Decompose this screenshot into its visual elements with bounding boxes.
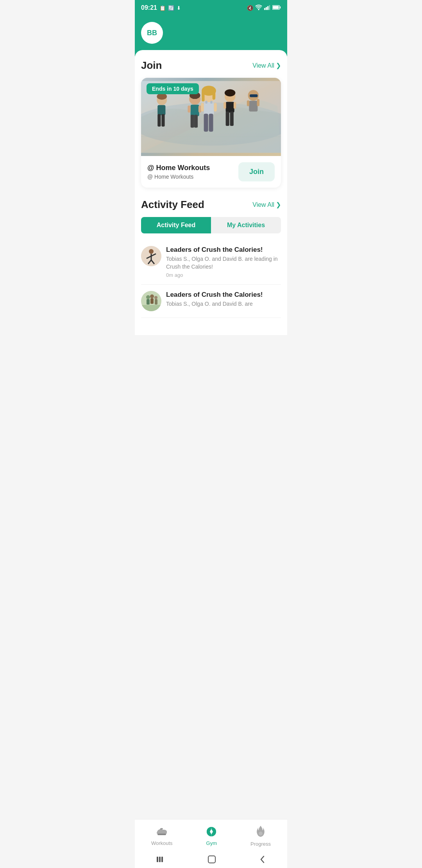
activity-feed-title: Activity Feed [141, 199, 204, 211]
challenge-info: @ Home Workouts @ Home Workouts Join [141, 156, 281, 188]
svg-rect-18 [202, 91, 204, 102]
feed-item-title-1: Leaders of Crush the Calories! [166, 246, 281, 254]
wifi-icon [255, 5, 262, 11]
mute-icon: 🔇 [247, 5, 253, 11]
feed-avatar-2 [141, 291, 161, 311]
avatar-group-icon [141, 291, 161, 311]
feed-item-time-1: 0m ago [166, 272, 281, 278]
svg-rect-5 [280, 6, 281, 8]
svg-rect-14 [198, 106, 201, 113]
feed-content-2: Leaders of Crush the Calories! Tobias S.… [166, 291, 263, 310]
svg-rect-59 [141, 305, 161, 311]
feed-item: Leaders of Crush the Calories! Tobias S.… [141, 240, 281, 285]
svg-rect-22 [210, 101, 213, 104]
join-title: Join [141, 59, 162, 72]
tab-my-activities[interactable]: My Activities [211, 217, 281, 233]
svg-rect-0 [264, 8, 265, 10]
feed-item-desc-2: Tobias S., Olga O. and David B. are [166, 300, 263, 308]
feed-avatar-1 [141, 246, 161, 266]
ends-badge: Ends in 10 days [147, 83, 199, 94]
svg-rect-58 [155, 299, 157, 305]
join-view-all[interactable]: View All ❯ [252, 62, 281, 69]
svg-rect-13 [188, 106, 190, 113]
svg-rect-43 [161, 114, 165, 127]
svg-rect-36 [249, 101, 257, 112]
activity-view-all[interactable]: View All ❯ [252, 201, 281, 208]
svg-rect-2 [267, 6, 268, 10]
svg-rect-38 [257, 99, 259, 106]
svg-point-57 [154, 296, 157, 299]
svg-point-55 [150, 294, 154, 298]
signal-icon [264, 5, 270, 11]
svg-rect-11 [191, 115, 194, 127]
svg-rect-31 [230, 111, 234, 126]
svg-rect-29 [226, 102, 234, 113]
svg-rect-41 [157, 105, 165, 115]
svg-rect-24 [209, 114, 213, 132]
svg-rect-21 [205, 101, 207, 104]
svg-rect-32 [224, 102, 226, 109]
refresh-icon: 🔄 [168, 5, 174, 11]
activity-feed-section: Activity Feed View All ❯ Activity Feed M… [141, 199, 281, 318]
challenge-card: Ends in 10 days @ Home Workouts @ Home W… [141, 78, 281, 188]
status-bar: 09:21 📋 🔄 ⬇ 🔇 [135, 0, 287, 16]
svg-rect-33 [234, 102, 236, 109]
join-button[interactable]: Join [238, 162, 275, 181]
svg-rect-3 [269, 5, 270, 10]
chevron-right-icon: ❯ [276, 62, 281, 69]
svg-rect-42 [157, 114, 161, 127]
clipboard-icon: 📋 [159, 5, 166, 11]
activity-feed-header: Activity Feed View All ❯ [141, 199, 281, 211]
feed-content-1: Leaders of Crush the Calories! Tobias S.… [166, 246, 281, 278]
svg-rect-56 [150, 298, 154, 304]
challenge-subtitle: @ Home Workouts [147, 174, 210, 180]
svg-point-46 [149, 249, 154, 254]
avatar-pose-icon [141, 246, 161, 266]
svg-rect-1 [266, 7, 267, 10]
svg-rect-20 [204, 102, 214, 115]
join-section-header: Join View All ❯ [141, 59, 281, 72]
svg-rect-19 [213, 91, 215, 100]
svg-rect-10 [191, 105, 199, 116]
svg-rect-37 [247, 100, 249, 106]
chevron-right-icon: ❯ [276, 201, 281, 208]
svg-rect-35 [250, 94, 257, 97]
svg-rect-30 [226, 111, 229, 126]
battery-icon [272, 5, 281, 11]
svg-point-53 [146, 295, 150, 299]
download-icon: ⬇ [177, 5, 181, 11]
feed-tabs: Activity Feed My Activities [141, 217, 281, 233]
status-time: 09:21 [141, 4, 157, 11]
challenge-image: Ends in 10 days [141, 78, 281, 156]
svg-point-28 [225, 89, 236, 96]
svg-rect-25 [201, 103, 204, 111]
svg-rect-23 [204, 114, 208, 132]
svg-rect-54 [147, 299, 150, 305]
feed-item-title-2: Leaders of Crush the Calories! [166, 291, 263, 299]
svg-rect-6 [273, 6, 279, 9]
main-content: Join View All ❯ [135, 50, 287, 335]
svg-rect-12 [194, 115, 198, 127]
avatar[interactable]: BB [141, 22, 163, 44]
feed-item-desc-1: Tobias S., Olga O. and David B. are lead… [166, 255, 281, 271]
feed-item-2: Leaders of Crush the Calories! Tobias S.… [141, 285, 281, 318]
tab-activity-feed[interactable]: Activity Feed [141, 217, 211, 233]
svg-rect-26 [214, 103, 216, 111]
challenge-title: @ Home Workouts [147, 164, 210, 172]
challenge-text: @ Home Workouts @ Home Workouts [147, 164, 210, 180]
